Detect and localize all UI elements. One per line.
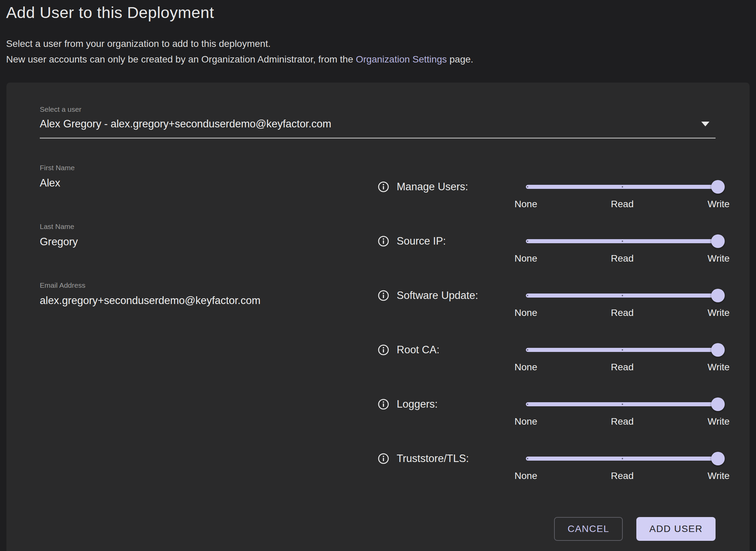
slider-scale: None Read Write <box>526 252 719 265</box>
info-icon[interactable] <box>378 398 389 410</box>
slider-thumb[interactable] <box>711 180 725 194</box>
scale-option-write: Write <box>708 306 730 320</box>
description-line2-prefix: New user accounts can only be created by… <box>6 54 356 65</box>
organization-settings-link[interactable]: Organization Settings <box>356 54 447 65</box>
email-address-field: Email Address alex.gregory+seconduserdem… <box>40 281 339 308</box>
description-line2-suffix: page. <box>447 54 473 65</box>
root-ca-slider[interactable] <box>526 343 719 357</box>
permission-label: Source IP: <box>397 235 526 247</box>
slider-scale: None Read Write <box>526 306 719 320</box>
slider-mark-none <box>527 186 528 188</box>
scale-option-read: Read <box>611 252 634 265</box>
permission-label: Loggers: <box>397 398 526 410</box>
cancel-button[interactable]: CANCEL <box>554 517 623 541</box>
permission-row-loggers: Loggers: None Read Write <box>378 397 719 452</box>
permission-label: Manage Users: <box>397 181 526 193</box>
scale-option-read: Read <box>611 306 634 320</box>
scale-option-write: Write <box>708 197 730 211</box>
scale-option-write: Write <box>708 415 730 428</box>
slider-thumb[interactable] <box>711 452 725 465</box>
info-icon[interactable] <box>378 453 389 464</box>
user-details: First Name Alex Last Name Gregory Email … <box>40 163 339 339</box>
select-user-value: Alex Gregory - alex.gregory+seconduserde… <box>40 117 716 131</box>
add-user-form-card: Select a user Alex Gregory - alex.gregor… <box>6 83 750 551</box>
scale-option-read: Read <box>611 469 634 483</box>
scale-option-read: Read <box>611 415 634 428</box>
last-name-field: Last Name Gregory <box>40 222 339 249</box>
dialog-description: Select a user from your organization to … <box>6 36 750 67</box>
slider-mark-read <box>622 349 623 351</box>
slider-scale: None Read Write <box>526 197 719 211</box>
description-line1: Select a user from your organization to … <box>6 38 271 49</box>
permission-label: Software Update: <box>397 289 526 302</box>
info-icon[interactable] <box>378 181 389 193</box>
permission-row-manage-users: Manage Users: None Read Write <box>378 180 719 234</box>
scale-option-none: None <box>515 306 537 320</box>
slider-mark-none <box>527 404 528 405</box>
manage-users-slider[interactable] <box>526 180 719 194</box>
slider-scale: None Read Write <box>526 469 719 483</box>
add-user-dialog: Add User to this Deployment Select a use… <box>0 0 756 551</box>
select-user-label: Select a user <box>40 105 716 114</box>
scale-option-none: None <box>515 415 537 428</box>
slider-mark-read <box>622 295 623 296</box>
scale-option-write: Write <box>708 360 730 374</box>
slider-mark-none <box>527 349 528 351</box>
scale-option-none: None <box>515 197 537 211</box>
page-title: Add User to this Deployment <box>6 2 750 23</box>
dialog-actions: CANCEL ADD USER <box>554 517 716 541</box>
permission-row-root-ca: Root CA: None Read Write <box>378 343 719 397</box>
slider-mark-read <box>622 404 623 405</box>
scale-option-read: Read <box>611 360 634 374</box>
truststore-tls-slider[interactable] <box>526 452 719 465</box>
permissions-panel: Manage Users: None Read Write <box>378 180 719 506</box>
last-name-label: Last Name <box>40 222 339 231</box>
last-name-value: Gregory <box>40 235 339 249</box>
scale-option-none: None <box>515 469 537 483</box>
email-address-value: alex.gregory+seconduserdemo@keyfactor.co… <box>40 294 339 308</box>
slider-scale: None Read Write <box>526 415 719 428</box>
permission-row-software-update: Software Update: None Read Write <box>378 289 719 343</box>
slider-mark-read <box>622 186 623 188</box>
slider-thumb[interactable] <box>711 343 725 357</box>
slider-thumb[interactable] <box>711 234 725 248</box>
scale-option-none: None <box>515 252 537 265</box>
first-name-label: First Name <box>40 163 339 173</box>
slider-mark-read <box>622 458 623 459</box>
info-icon[interactable] <box>378 235 389 247</box>
slider-mark-none <box>527 241 528 242</box>
software-update-slider[interactable] <box>526 289 719 302</box>
select-user-dropdown[interactable]: Alex Gregory - alex.gregory+seconduserde… <box>40 117 716 139</box>
scale-option-none: None <box>515 360 537 374</box>
scale-option-write: Write <box>708 252 730 265</box>
info-icon[interactable] <box>378 344 389 356</box>
slider-mark-read <box>622 241 623 242</box>
first-name-value: Alex <box>40 176 339 190</box>
info-icon[interactable] <box>378 290 389 301</box>
chevron-down-icon <box>701 122 709 126</box>
first-name-field: First Name Alex <box>40 163 339 190</box>
slider-scale: None Read Write <box>526 360 719 374</box>
scale-option-read: Read <box>611 197 634 211</box>
scale-option-write: Write <box>708 469 730 483</box>
permission-label: Truststore/TLS: <box>397 452 526 465</box>
slider-thumb[interactable] <box>711 289 725 302</box>
email-address-label: Email Address <box>40 281 339 290</box>
permission-row-truststore-tls: Truststore/TLS: None Read Write <box>378 452 719 506</box>
permission-label: Root CA: <box>397 344 526 356</box>
source-ip-slider[interactable] <box>526 234 719 248</box>
loggers-slider[interactable] <box>526 397 719 411</box>
add-user-button[interactable]: ADD USER <box>636 517 716 541</box>
permission-row-source-ip: Source IP: None Read Write <box>378 234 719 289</box>
select-user-field: Select a user Alex Gregory - alex.gregor… <box>40 105 716 139</box>
slider-mark-none <box>527 295 528 296</box>
slider-mark-none <box>527 458 528 459</box>
dialog-header: Add User to this Deployment Select a use… <box>6 0 750 67</box>
slider-thumb[interactable] <box>711 397 725 411</box>
